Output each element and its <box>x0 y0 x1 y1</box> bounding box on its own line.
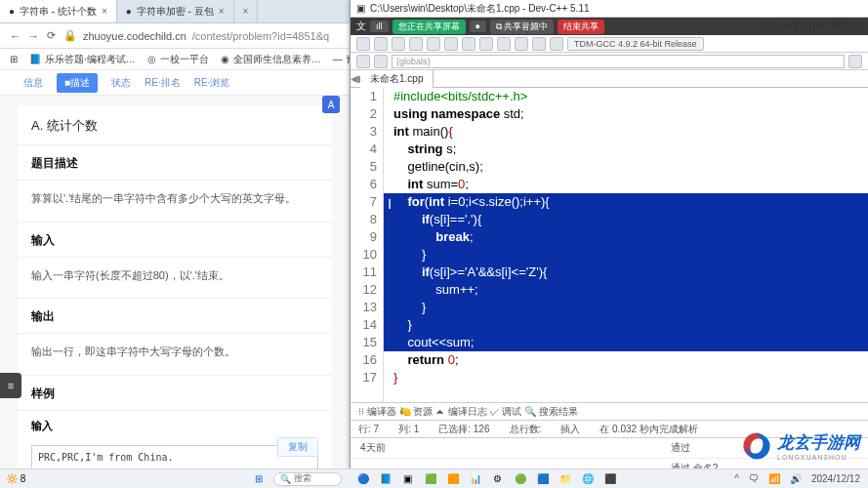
tool-icon[interactable] <box>392 37 405 51</box>
ide-bottom-tabs[interactable]: ⁝⁝ 编译器 🍋 资源 ⏶ 编译日志 ✓ 调试 🔍 搜索结果 <box>351 402 868 420</box>
watermark-text: 龙玄手游网 <box>777 431 860 454</box>
browser-tab-3[interactable]: × <box>234 0 259 22</box>
share-audio[interactable]: ⧉ 共享音频中 <box>490 20 555 34</box>
ide-menu-rest[interactable]: AStyle 窗口[W] 帮助[H] <box>763 20 862 33</box>
status-sel: 126 <box>474 424 490 434</box>
watermark-logo: 龙玄手游网 LONGXUANSHOU <box>740 429 860 463</box>
line-gutter: 1234567891011121314151617 <box>351 88 384 402</box>
bookmark-item[interactable]: ◉全国师生信息素养… <box>221 53 321 66</box>
sample-input-box: PRC,PRC,I'm from China. <box>31 445 318 468</box>
menu-file[interactable]: 文 <box>356 20 366 33</box>
forward-button[interactable]: → <box>28 30 39 42</box>
tab-browse[interactable]: RE·浏览 <box>194 76 230 90</box>
tool-icon[interactable] <box>848 55 862 68</box>
section-sample-head: 样例 <box>18 376 332 411</box>
file-tab[interactable]: 未命名1.cpp <box>360 70 434 88</box>
status-col: 1 <box>414 424 420 434</box>
taskbar-app[interactable]: 📁 <box>558 471 573 487</box>
tray-chat-icon[interactable]: 🗨 <box>749 473 759 484</box>
tool-icon[interactable] <box>462 37 475 51</box>
section-desc-body: 算算以'.'结尾的一串字符中含有多少个大写的英文字母。 <box>18 181 332 223</box>
taskbar-app[interactable]: ⬛ <box>602 471 618 487</box>
taskbar-app[interactable]: ▣ <box>400 471 416 487</box>
close-icon[interactable]: × <box>102 6 107 17</box>
reload-button[interactable]: ⟳ <box>47 29 56 42</box>
window-titlebar[interactable]: ▣ C:\Users\win\Desktop\未命名1.cpp - Dev-C+… <box>351 0 868 18</box>
share-status: 您正在共享屏幕 <box>393 20 466 34</box>
close-icon[interactable]: × <box>243 6 249 17</box>
back-button[interactable]: ← <box>10 30 21 42</box>
tab-desc[interactable]: ■描述 <box>57 73 98 93</box>
tool-icon[interactable] <box>479 37 493 51</box>
taskbar-app[interactable]: ⚙ <box>490 471 506 487</box>
ide-toolbar-1: TDM-GCC 4.9.2 64-bit Release <box>351 35 868 53</box>
tray-volume-icon[interactable]: 🔊 <box>790 473 802 484</box>
tray-clock[interactable]: 2024/12/12 <box>811 473 860 484</box>
problem-panel: 信息 ■描述 状态 RE·排名 RE·浏览 A A. 统计个数 题目描述 算算以… <box>0 70 350 468</box>
close-icon[interactable]: × <box>219 6 225 17</box>
tool-icon[interactable] <box>532 37 546 51</box>
browser-tab-1[interactable]: ● 字符串 - 统计个数 × <box>0 0 117 22</box>
section-input-body: 输入一串字符(长度不超过80)，以'.'结束。 <box>18 258 332 300</box>
section-output-head: 输出 <box>18 299 332 334</box>
tray-wifi-icon[interactable]: 📶 <box>768 473 780 484</box>
taskbar-app[interactable]: 🟧 <box>445 471 461 487</box>
compiler-combo[interactable]: TDM-GCC 4.9.2 64-bit Release <box>567 37 704 51</box>
taskbar-app[interactable]: 🟩 <box>423 471 438 487</box>
tool-icon[interactable] <box>497 37 511 51</box>
tool-icon[interactable] <box>374 37 388 51</box>
tool-icon[interactable] <box>356 37 370 51</box>
tab-scroll[interactable]: ◀▶ <box>351 73 360 84</box>
devcpp-window: ▣ C:\Users\win\Desktop\未命名1.cpp - Dev-C+… <box>350 0 868 468</box>
tool-icon[interactable] <box>550 37 563 51</box>
code-area[interactable]: #include<bits/stdc++.h>using namespace s… <box>384 88 868 402</box>
taskbar-app[interactable]: 🌐 <box>580 471 596 487</box>
screen-share-bar: 文 ıll 您正在共享屏幕 ● ⧉ 共享音频中 结束共享 AStyle 窗口[W… <box>351 18 868 35</box>
section-output-body: 输出一行，即这串字符中大写字母的个数。 <box>18 334 332 376</box>
tool-icon[interactable] <box>409 37 423 51</box>
status-insert: 插入 <box>560 423 580 436</box>
apps-button[interactable]: ⊞ <box>10 54 18 64</box>
tool-icon[interactable] <box>444 37 458 51</box>
taskbar-app[interactable]: 🟢 <box>513 471 528 487</box>
tool-icon[interactable] <box>515 37 528 51</box>
status-line: 7 <box>374 424 380 434</box>
window-title: C:\Users\win\Desktop\未命名1.cpp - Dev-C++ … <box>370 2 590 16</box>
tab-rank[interactable]: RE·排名 <box>145 76 181 90</box>
side-drawer-toggle[interactable]: ≡ <box>0 373 21 398</box>
app-icon: ▣ <box>356 3 365 14</box>
tool-icon[interactable] <box>356 55 370 68</box>
taskbar-app[interactable]: 🔵 <box>355 471 371 487</box>
tab-status[interactable]: 状态 <box>111 76 131 90</box>
taskbar-search[interactable]: 🔍 搜索 <box>273 472 342 486</box>
end-share-button[interactable]: 结束共享 <box>558 20 604 34</box>
start-button[interactable]: ⊞ <box>251 471 267 487</box>
taskbar-app[interactable]: 📘 <box>378 471 393 487</box>
browser-tab-2[interactable]: ● 字符串加密 - 豆包 × <box>117 0 234 22</box>
search-icon: 🔍 <box>280 474 291 484</box>
section-desc-head: 题目描述 <box>18 145 332 181</box>
problem-card: A. 统计个数 题目描述 算算以'.'结尾的一串字符中含有多少个大写的英文字母。… <box>18 105 332 468</box>
swirl-icon <box>740 429 773 463</box>
sample-input-label: 输入 <box>18 411 332 437</box>
tool-icon[interactable] <box>374 55 388 68</box>
tool-icon[interactable] <box>427 37 440 51</box>
weather-widget[interactable]: 🔆 8 <box>6 473 25 484</box>
url-path: /contest/problem?id=4851&q <box>192 30 329 42</box>
tab-label: 字符串 - 统计个数 <box>20 5 97 19</box>
bookmark-item[interactable]: ◎一校一平台 <box>147 53 209 66</box>
lock-icon: 🔒 <box>63 29 77 42</box>
copy-button[interactable]: 复制 <box>277 437 318 457</box>
tray-expand[interactable]: ^ <box>734 473 739 484</box>
tab-info[interactable]: 信息 <box>23 76 43 90</box>
problem-tabs: 信息 ■描述 状态 RE·排名 RE·浏览 <box>0 70 350 96</box>
taskbar-app[interactable]: 📊 <box>468 471 483 487</box>
record-icon: ● <box>470 20 486 32</box>
taskbar-app[interactable]: 🟦 <box>535 471 551 487</box>
scope-combo[interactable]: (globals) <box>392 55 845 68</box>
code-editor[interactable]: 1234567891011121314151617 #include<bits/… <box>351 88 868 402</box>
signal-icon: ıll <box>370 20 389 32</box>
bookmark-item[interactable]: 📘乐乐答题·编程考试… <box>29 53 136 66</box>
tab-favicon: ● <box>9 6 15 17</box>
problem-title: A. 统计个数 <box>18 105 332 145</box>
